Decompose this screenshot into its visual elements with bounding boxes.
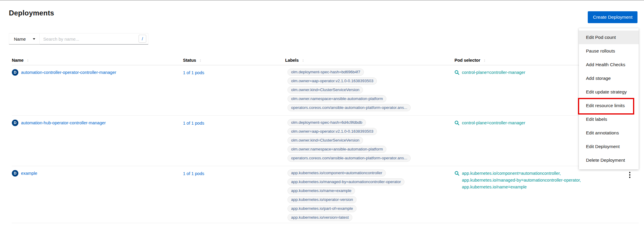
label-chip: app.kubernetes.io/part-of=example — [288, 205, 356, 212]
name-cell: D automation-controller-operator-control… — [12, 69, 183, 76]
label-chip: app.kubernetes.io/version=latest — [288, 214, 352, 221]
pod-selector-lines: app.kubernetes.io/component=automationco… — [462, 170, 581, 190]
pod-selector-line: control-plane=controller-manager — [462, 69, 525, 76]
label-chip: olm.owner=aap-operator.v2.1.0-0.16383935… — [288, 77, 377, 85]
column-header-label: Name — [12, 58, 24, 63]
filter-type-dropdown[interactable]: Name — [9, 33, 40, 45]
deployment-name-link[interactable]: automation-hub-operator-controller-manag… — [21, 120, 106, 126]
pod-selector-link[interactable]: app.kubernetes.io/component=automationco… — [455, 169, 609, 190]
sort-icon: ↕ — [484, 58, 486, 63]
column-header-label: Status — [183, 58, 196, 63]
menu-item-edit-pod-count[interactable]: Edit Pod count — [579, 31, 639, 44]
pod-selector-line: app.kubernetes.io/managed-by=automationc… — [462, 177, 581, 183]
label-chip: olm.owner.kind=ClusterServiceVersion — [288, 86, 363, 93]
menu-item-edit-labels[interactable]: Edit labels — [579, 112, 639, 126]
table-row: D automation-hub-operator-controller-man… — [12, 116, 639, 166]
deployment-name-link[interactable]: automation-controller-operator-controlle… — [21, 69, 116, 75]
pod-selector-line: control-plane=controller-manager — [462, 120, 525, 126]
column-header-label: Pod selector — [455, 58, 480, 63]
chevron-down-icon — [33, 38, 35, 40]
sort-icon: ↕ — [199, 58, 201, 63]
status-cell: 1 of 1 pods — [183, 119, 285, 126]
label-chip: olm.deployment-spec-hash=bd696b4f7 — [288, 69, 364, 76]
pod-selector-line: app.kubernetes.io/name=example — [462, 184, 581, 190]
table-body: D automation-controller-operator-control… — [12, 65, 639, 223]
menu-item-edit-annotations[interactable]: Edit annotations — [579, 126, 639, 140]
pod-status-link[interactable]: 1 of 1 pods — [183, 121, 204, 126]
filter-toolbar: Name / — [9, 33, 644, 45]
name-cell: D automation-hub-operator-controller-man… — [12, 119, 183, 126]
pod-selector-lines: control-plane=controller-manager — [462, 69, 525, 76]
search-icon — [455, 171, 460, 176]
label-chip: app.kubernetes.io/name=example — [288, 187, 355, 194]
search-icon — [455, 120, 460, 126]
actions-context-menu: Edit Pod count Pause rollouts Add Health… — [579, 28, 639, 169]
deployment-kind-badge: D — [12, 170, 18, 177]
deployment-kind-badge: D — [12, 120, 18, 126]
label-chip: olm.deployment-spec-hash=6d4c9fdbdb — [288, 119, 366, 126]
label-chip: olm.owner.namespace=ansible-automation-p… — [288, 95, 386, 102]
top-divider — [0, 0, 644, 1]
pod-status-link[interactable]: 1 of 1 pods — [183, 70, 204, 75]
label-chip: app.kubernetes.io/managed-by=automationc… — [288, 178, 404, 185]
column-header-labels[interactable]: Labels ↕ — [285, 58, 455, 63]
deployments-page: Deployments Create Deployment Name / Nam… — [0, 0, 644, 227]
pod-status-link[interactable]: 1 of 1 pods — [183, 171, 204, 176]
filter-type-label: Name — [14, 36, 26, 42]
table-row: D automation-controller-operator-control… — [12, 65, 639, 116]
create-deployment-button[interactable]: Create Deployment — [588, 11, 637, 23]
menu-item-edit-deployment[interactable]: Edit Deployment — [579, 140, 639, 153]
kebab-dot — [629, 174, 631, 176]
keyboard-shortcut-badge: / — [139, 35, 146, 43]
menu-item-add-health-checks[interactable]: Add Health Checks — [579, 58, 639, 72]
menu-item-delete-deployment[interactable]: Delete Deployment — [579, 153, 639, 167]
menu-item-edit-resource-limits[interactable]: Edit resource limits — [579, 99, 639, 112]
search-box: / — [39, 33, 148, 45]
sort-icon: ↕ — [27, 58, 29, 63]
sort-icon: ↕ — [302, 58, 304, 63]
labels-list: olm.deployment-spec-hash=bd696b4f7 olm.o… — [285, 69, 455, 111]
label-chip: operators.coreos.com/ansible-automation-… — [288, 104, 411, 111]
column-header-status[interactable]: Status ↕ — [183, 58, 285, 63]
kebab-dot — [629, 177, 631, 178]
search-input[interactable] — [39, 33, 148, 45]
deployments-table: Name ↕ Status ↕ Labels ↕ Pod selector ↕ … — [12, 55, 639, 223]
labels-list: olm.deployment-spec-hash=6d4c9fdbdb olm.… — [285, 119, 455, 162]
menu-item-edit-update-strategy[interactable]: Edit update strategy — [579, 85, 639, 99]
kebab-menu-button[interactable] — [628, 171, 632, 179]
menu-item-pause-rollouts[interactable]: Pause rollouts — [579, 44, 639, 58]
pod-selector-line: app.kubernetes.io/component=automationco… — [462, 170, 581, 177]
labels-list: app.kubernetes.io/component=automationco… — [285, 169, 455, 221]
label-chip: olm.owner.kind=ClusterServiceVersion — [288, 137, 363, 144]
column-header-label: Labels — [285, 58, 299, 63]
search-icon — [455, 70, 460, 75]
table-header-row: Name ↕ Status ↕ Labels ↕ Pod selector ↕ — [12, 55, 639, 65]
label-chip: app.kubernetes.io/component=automationco… — [288, 169, 386, 177]
label-chip: operators.coreos.com/ansible-automation-… — [288, 155, 411, 162]
menu-item-add-storage[interactable]: Add storage — [579, 72, 639, 85]
column-header-name[interactable]: Name ↕ — [12, 58, 183, 63]
kebab-dot — [629, 172, 631, 173]
label-chip: olm.owner=aap-operator.v2.1.0-0.16383935… — [288, 128, 377, 135]
table-row: D example 1 of 1 pods app.kubernetes.io/… — [12, 166, 639, 223]
label-chip: app.kubernetes.io/operator-version — [288, 196, 356, 203]
deployment-kind-badge: D — [12, 69, 18, 76]
page-title: Deployments — [0, 0, 644, 17]
deployment-name-link[interactable]: example — [21, 170, 37, 176]
label-chip: olm.owner.namespace=ansible-automation-p… — [288, 146, 386, 153]
status-cell: 1 of 1 pods — [183, 169, 285, 177]
kebab-cell — [609, 169, 639, 179]
pod-selector-lines: control-plane=controller-manager — [462, 120, 525, 126]
name-cell: D example — [12, 169, 183, 177]
status-cell: 1 of 1 pods — [183, 69, 285, 76]
